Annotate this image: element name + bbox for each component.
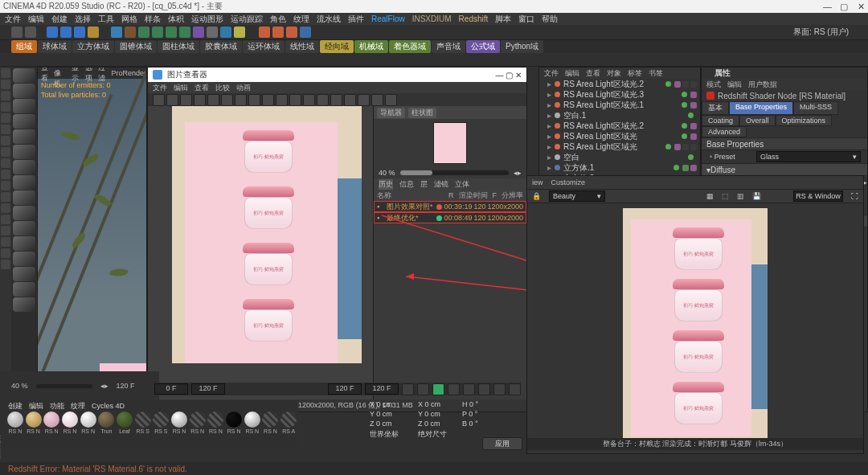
preset-combo[interactable]: Glass▾	[756, 151, 861, 162]
viewport[interactable]: 查看摄像机显示选项过滤ProRender Number of emitters:…	[37, 67, 147, 412]
material-ball[interactable]: RS N	[61, 412, 79, 437]
hist-tab[interactable]: 滤镜	[434, 179, 448, 190]
tool-slot[interactable]	[1, 102, 10, 112]
preview-slot[interactable]	[13, 252, 35, 266]
rot-b[interactable]: B 0 °	[462, 420, 478, 428]
render-region-icon[interactable]	[272, 27, 284, 38]
attr-tab[interactable]: Multi-SSS	[793, 101, 838, 115]
menu-编辑[interactable]: 编辑	[28, 14, 44, 25]
size-z[interactable]: Z 0 cm	[418, 420, 440, 428]
menu-纹理[interactable]: 纹理	[293, 14, 309, 25]
preview-slot[interactable]	[13, 129, 35, 144]
pv-tool-icon[interactable]	[153, 94, 165, 106]
pv-tool-icon[interactable]	[358, 94, 370, 106]
material-ball[interactable]: RS S	[153, 412, 170, 437]
layout-name[interactable]: 界面: RS (用户)	[793, 27, 849, 38]
tool-slot[interactable]	[1, 80, 10, 89]
tool-slot[interactable]	[1, 192, 10, 202]
apply-button[interactable]: 应用	[482, 437, 522, 450]
key-icon[interactable]	[509, 383, 521, 395]
mat-menu-item[interactable]: 编辑	[29, 401, 43, 412]
preview-slot[interactable]	[13, 267, 35, 281]
pv-tool-icon[interactable]	[221, 94, 233, 106]
menu-RealFlow[interactable]: RealFlow	[371, 14, 405, 23]
preview-slot[interactable]	[13, 206, 35, 220]
material-ball[interactable]: RS N	[80, 412, 97, 437]
pv-tool-icon[interactable]	[344, 94, 356, 106]
mat-menu-item[interactable]: 创建	[8, 401, 23, 412]
pv-menu-item[interactable]: 编辑	[174, 83, 188, 93]
close-button[interactable]: ✕	[854, 2, 868, 12]
material-ball[interactable]: RS N	[170, 412, 188, 437]
pv-tool-icon[interactable]	[262, 94, 274, 106]
maximize-button[interactable]: ▢	[837, 2, 851, 12]
rv-save-icon[interactable]: 💾	[752, 192, 761, 200]
obj-menu-item[interactable]: 标签	[628, 68, 642, 79]
menu-文件[interactable]: 文件	[5, 14, 21, 25]
generator-icon[interactable]	[138, 27, 149, 38]
goto-end-icon[interactable]	[463, 383, 475, 395]
col-frame[interactable]: F	[493, 191, 497, 199]
pv-tool-icon[interactable]	[385, 94, 397, 106]
pv-thumbnail[interactable]	[433, 122, 467, 164]
object-item[interactable]: ▸RS Area Light区域光.3	[539, 89, 700, 100]
object-item[interactable]: ▸空白.1	[539, 110, 700, 121]
object-item[interactable]: ▸空白	[539, 152, 700, 162]
pv-close-button[interactable]: ✕	[515, 71, 522, 80]
mat-menu-item[interactable]: Cycles 4D	[92, 402, 125, 410]
pv-tool-icon[interactable]	[276, 94, 288, 106]
tl-len[interactable]: 120 F	[365, 383, 399, 395]
object-item[interactable]: ▸RS Area Light区域光.2	[539, 121, 700, 131]
tool-slot[interactable]	[1, 203, 10, 213]
attr-tab[interactable]: Base Properties	[729, 101, 793, 115]
menu-流水线[interactable]: 流水线	[317, 14, 341, 25]
menu-选择[interactable]: 选择	[75, 14, 91, 25]
menu-脚本[interactable]: 脚本	[495, 14, 511, 25]
menu-帮助[interactable]: 帮助	[542, 14, 558, 25]
rv-region-icon[interactable]: ⬚	[722, 192, 729, 200]
tool-undo-icon[interactable]	[11, 27, 23, 38]
hist-tab[interactable]: 信息	[399, 179, 414, 190]
generator4-icon[interactable]	[179, 27, 190, 38]
autokey-icon[interactable]	[493, 383, 506, 395]
pv-tool-icon[interactable]	[180, 94, 192, 106]
field-tab[interactable]: 胶囊体域	[200, 40, 242, 53]
preview-slot[interactable]	[13, 282, 35, 297]
field-tab[interactable]: 球体域	[38, 40, 72, 53]
preview-slot[interactable]	[13, 68, 35, 83]
object-item[interactable]: ▸RS Area Light区域光	[539, 141, 700, 152]
pv-max-button[interactable]: ▢	[506, 71, 513, 80]
obj-menu-item[interactable]: 编辑	[565, 68, 579, 79]
material-ball[interactable]: RS N	[225, 412, 243, 437]
camera-icon[interactable]	[220, 27, 231, 38]
hist-tab[interactable]: 立体	[455, 179, 469, 190]
coord-mode[interactable]: 世界坐标	[370, 430, 399, 438]
rv-mode-combo[interactable]: Beauty▾	[549, 190, 605, 202]
attr-section-diffuse[interactable]: ▾ Diffuse	[702, 163, 867, 176]
menu-运动跟踪[interactable]: 运动跟踪	[231, 14, 263, 25]
material-ball[interactable]: RS N	[25, 412, 43, 437]
material-ball[interactable]: Leaf	[116, 412, 133, 437]
preview-slot[interactable]	[13, 114, 35, 129]
pv-tool-icon[interactable]	[194, 94, 206, 106]
generator2-icon[interactable]	[152, 27, 163, 38]
obj-menu-item[interactable]: 查看	[586, 68, 600, 79]
generator3-icon[interactable]	[166, 27, 177, 38]
field-tab[interactable]: 声音域	[432, 40, 465, 53]
goto-start-icon[interactable]	[402, 383, 414, 395]
rv-menu-customize[interactable]: Customize	[551, 178, 586, 186]
pv-zoom-slider[interactable]: 40 %◂▸	[374, 167, 526, 178]
attr-tab[interactable]: Advanced	[702, 126, 747, 137]
rv-window-combo[interactable]: RS & Window	[793, 190, 843, 202]
preview-slot[interactable]	[13, 175, 35, 190]
field-tab[interactable]: 立方体域	[72, 40, 114, 53]
history-row[interactable]: ▪图片效果对照*00:39:191201200x2000	[374, 201, 526, 212]
slider-arrows[interactable]: ◂▸	[514, 169, 522, 177]
render-settings-icon[interactable]	[286, 27, 297, 38]
preview-slot[interactable]	[13, 84, 35, 98]
material-ball[interactable]: RS S	[134, 412, 152, 437]
render-pv-icon[interactable]	[300, 27, 311, 38]
render-icon[interactable]	[259, 27, 270, 38]
object-item[interactable]: ▸RS Area Light区域光.2	[539, 79, 700, 89]
pos-x[interactable]: X 0 cm	[370, 400, 392, 408]
